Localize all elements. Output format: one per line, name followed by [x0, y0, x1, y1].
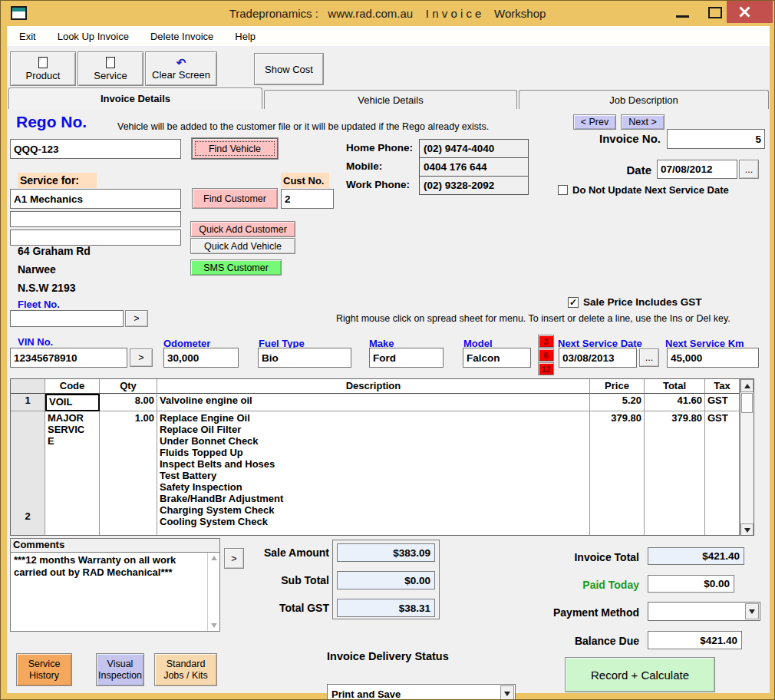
grid-row1-total-cell[interactable]: 41.60: [645, 394, 705, 411]
document-icon: [38, 57, 48, 68]
clear-screen-button[interactable]: ↶ Clear Screen: [145, 51, 217, 86]
work-phone-value: (02) 9328-2092: [419, 176, 529, 195]
paid-today-label: Paid Today: [500, 579, 639, 591]
scroll-up-icon[interactable]: [740, 379, 754, 392]
grid-row1-number: 1: [11, 394, 45, 411]
close-icon[interactable]: [727, 1, 773, 23]
invoice-delivery-status-dropdown[interactable]: Print and Save: [327, 684, 516, 700]
menu-exit[interactable]: Exit: [19, 31, 36, 42]
sale-price-gst-checkbox[interactable]: ✓: [568, 297, 579, 308]
comments-scrollbar[interactable]: [207, 553, 219, 631]
comments-text[interactable]: ***12 months Warranty on all work carrie…: [11, 553, 219, 631]
next-service-km-input[interactable]: [667, 348, 759, 368]
sms-customer-button[interactable]: SMS Customer: [190, 259, 282, 276]
cust-no-input[interactable]: [281, 189, 334, 209]
grid-scrollbar[interactable]: [740, 379, 754, 536]
tab-invoice-details[interactable]: Invoice Details: [8, 88, 262, 109]
fuel-type-input[interactable]: [258, 348, 351, 368]
mobile-value: 0404 176 644: [419, 157, 529, 177]
payment-method-label: Payment Method: [500, 606, 639, 619]
tab-vehicle-details[interactable]: Vehicle Details: [264, 90, 517, 109]
customer-line2-input[interactable]: [10, 211, 181, 227]
grid-header-code: Code: [45, 379, 100, 394]
next-button[interactable]: Next >: [621, 114, 665, 130]
chevron-down-icon[interactable]: [500, 685, 514, 700]
tab-invoice-details-label: Invoice Details: [101, 93, 170, 104]
vin-expand-button[interactable]: >: [130, 348, 153, 367]
product-button[interactable]: Product: [10, 51, 76, 86]
paid-today-input[interactable]: $0.00: [648, 575, 734, 593]
date-input[interactable]: [657, 160, 737, 179]
do-not-update-checkbox[interactable]: [558, 185, 568, 195]
sub-total-label: Sub Total: [193, 574, 329, 586]
rego-hint-text: Vehicle will be added to the customer fi…: [117, 121, 489, 132]
grid-header-price: Price: [590, 379, 645, 394]
scroll-down-icon[interactable]: [740, 523, 754, 536]
grid-row2-price-cell[interactable]: 379.80: [590, 411, 645, 536]
comments-box: Comments ***12 months Warranty on all wo…: [10, 538, 220, 632]
invoice-items-grid: Code Qty Description Price Total Tax 1 V…: [10, 378, 754, 536]
invoice-no-input[interactable]: [667, 129, 765, 149]
grid-row1-tax-cell[interactable]: GST: [705, 394, 740, 411]
standard-jobs-kits-button[interactable]: Standard Jobs / Kits: [154, 653, 217, 686]
grid-row1-description-cell[interactable]: Valvoline engine oil: [157, 394, 590, 411]
quick-add-customer-button[interactable]: Quick Add Customer: [190, 221, 295, 237]
odometer-input[interactable]: [163, 348, 239, 368]
home-phone-value: (02) 9474-4040: [419, 139, 529, 158]
next-service-date-browse-button[interactable]: ...: [639, 348, 659, 367]
rego-input[interactable]: [10, 139, 181, 159]
comments-label: Comments: [11, 539, 219, 553]
menu-bar: Exit Look Up Invoice Delete Invoice Help: [7, 26, 770, 46]
minimize-icon[interactable]: [676, 15, 689, 18]
interval-3-months-button[interactable]: 3: [538, 335, 554, 348]
fleet-no-label: Fleet No.: [18, 299, 60, 310]
tab-job-description[interactable]: Job Description: [519, 90, 769, 109]
grid-row1-price-cell[interactable]: 5.20: [590, 394, 645, 411]
service-history-button[interactable]: Service History: [16, 653, 72, 686]
grid-row1-qty-cell[interactable]: 8.00: [100, 394, 157, 411]
grid-row2-tax-cell[interactable]: GST: [705, 411, 740, 536]
maximize-icon[interactable]: [708, 7, 722, 18]
fleet-no-input[interactable]: [10, 310, 124, 327]
sale-amount-value: $383.09: [337, 543, 435, 562]
interval-6-months-button[interactable]: 6: [538, 348, 554, 362]
customer-line3-input[interactable]: [10, 229, 181, 246]
payment-method-dropdown[interactable]: [648, 602, 760, 621]
menu-delete-invoice[interactable]: Delete Invoice: [150, 31, 213, 42]
grid-row2-description-cell[interactable]: Replace Engine Oil Replace Oil Filter Un…: [157, 411, 590, 536]
visual-inspection-button[interactable]: Visual Inspection: [96, 653, 144, 686]
grid-corner-cell: [11, 379, 45, 394]
customer-name-input[interactable]: [10, 189, 181, 209]
grid-row2-code-cell[interactable]: MAJOR SERVICE: [45, 411, 100, 536]
model-input[interactable]: [463, 348, 531, 368]
home-phone-label: Home Phone:: [346, 142, 413, 154]
balance-due-value: $421.40: [648, 631, 742, 649]
date-browse-button[interactable]: ...: [739, 160, 759, 179]
record-calculate-button[interactable]: Record + Calculate: [565, 657, 715, 692]
find-vehicle-button[interactable]: Find Vehicle: [192, 138, 278, 159]
menu-look-up-invoice[interactable]: Look Up Invoice: [58, 31, 129, 42]
vin-input[interactable]: [10, 348, 127, 368]
grid-row1-code-cell[interactable]: VOIL: [45, 394, 100, 411]
service-button[interactable]: Service: [78, 51, 143, 86]
interval-12-months-button[interactable]: 12: [538, 362, 554, 375]
next-service-date-input[interactable]: [559, 348, 637, 368]
grid-row2-total-cell[interactable]: 379.80: [645, 411, 705, 536]
address-line-3: N.S.W 2193: [18, 282, 75, 294]
fleet-expand-button[interactable]: >: [125, 310, 148, 327]
scrollbar-thumb[interactable]: [741, 393, 753, 413]
balance-due-label: Balance Due: [500, 635, 639, 647]
chevron-down-icon[interactable]: [745, 603, 759, 619]
find-customer-button[interactable]: Find Customer: [192, 188, 278, 209]
grid-row2-number: 2: [11, 411, 45, 536]
show-cost-button[interactable]: Show Cost: [254, 53, 324, 85]
product-button-label: Product: [26, 70, 61, 81]
make-input[interactable]: [369, 348, 444, 368]
grid-header-tax: Tax: [705, 379, 740, 394]
document-icon: [106, 57, 115, 68]
quick-add-vehicle-button[interactable]: Quick Add Vehicle: [190, 238, 295, 254]
total-gst-value: $38.31: [337, 599, 435, 617]
prev-button[interactable]: < Prev: [573, 114, 616, 130]
grid-row2-qty-cell[interactable]: 1.00: [100, 411, 157, 536]
menu-help[interactable]: Help: [235, 31, 256, 42]
